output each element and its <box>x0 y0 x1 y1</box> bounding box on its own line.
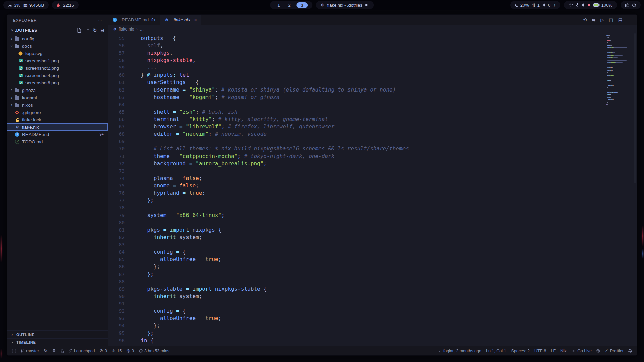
split-editor-icon[interactable]: ◫ <box>609 18 613 22</box>
section-outline[interactable]: ›OUTLINE <box>7 330 108 338</box>
scrollbar-thumb[interactable] <box>634 33 636 183</box>
nix-file-icon: ❄ <box>164 17 170 22</box>
breadcrumb[interactable]: ❄ flake.nix › … <box>108 25 637 33</box>
tree-item-screenshot6.png[interactable]: screenshot6.png <box>7 79 108 86</box>
sync-status[interactable]: ↻ <box>41 346 49 355</box>
more-actions-icon[interactable]: ⋯ <box>98 18 103 22</box>
line-number: 78 <box>108 204 125 212</box>
line-number: 85 <box>108 256 125 263</box>
code-line: 65 shell = "zsh"; # bash, zsh <box>108 108 637 116</box>
image-file-icon <box>18 65 23 71</box>
rocket-status[interactable]: Launchpad <box>66 346 97 355</box>
network-arrows-icon: ⇅ <box>532 3 536 7</box>
compare-icon[interactable]: ⇆ <box>592 18 596 22</box>
workspace-3[interactable]: 3 <box>297 2 308 8</box>
code-line: 57 nixpkgs, <box>108 49 637 57</box>
git-branch-status[interactable]: master <box>18 346 41 355</box>
status-ln-1-col-1[interactable]: Ln 1, Col 1 <box>484 346 508 355</box>
nix-icon: ❄ <box>113 27 117 31</box>
workspace-1[interactable]: 1 <box>275 2 282 8</box>
night-light[interactable]: 20% <box>515 3 529 8</box>
chevron-right-icon: › <box>10 340 15 345</box>
minimap-line <box>606 79 632 79</box>
line-number: 55 <box>108 35 125 42</box>
more-actions-icon[interactable]: ⋯ <box>627 18 632 22</box>
error-status[interactable]: ⊘0 <box>97 346 109 355</box>
tab-flake.nix[interactable]: ❄flake.nix× <box>160 15 201 25</box>
tree-item-TODO.md[interactable]: ✓TODO.md <box>7 138 108 145</box>
tree-item-config[interactable]: ›config <box>7 35 108 42</box>
minimap[interactable] <box>606 35 632 106</box>
system-stats-pill[interactable]: 3% ▦9.45GB <box>3 1 49 9</box>
status-nix[interactable]: Nix <box>558 346 569 355</box>
tree-item-ginoza[interactable]: ›ginoza <box>7 86 108 94</box>
status-group-3 <box>621 1 641 9</box>
tree-item-nixos[interactable]: ›nixos <box>7 101 108 109</box>
tree-item-screenshot2.png[interactable]: screenshot2.png <box>7 64 108 72</box>
run-icon[interactable]: ▷ <box>600 18 604 22</box>
line-number: 57 <box>108 49 125 57</box>
tree-item-logo.svg[interactable]: logo.svg <box>7 50 108 57</box>
broadcast-status[interactable]: Go Live <box>569 346 594 355</box>
layout-panel-icon[interactable]: ▤ <box>618 18 622 22</box>
mic[interactable] <box>576 3 579 7</box>
browser-status[interactable] <box>594 346 602 355</box>
check-status[interactable]: ✓Prettier <box>602 346 626 355</box>
line-number: 61 <box>108 79 125 86</box>
new-folder-icon[interactable] <box>85 28 89 33</box>
chevron-icon: › <box>9 95 14 100</box>
power[interactable] <box>632 3 636 7</box>
clock-pill[interactable]: 22:16 <box>52 1 79 9</box>
file-name: TODO.md <box>22 139 43 144</box>
workspace-2[interactable]: 2 <box>285 2 293 8</box>
history-icon[interactable]: ⟲ <box>583 18 587 22</box>
workspace-root[interactable]: › .DOTFILES ↻⊟ <box>7 26 108 34</box>
section-timeline[interactable]: ›TIMELINE <box>7 338 108 346</box>
layers-status[interactable] <box>50 346 58 355</box>
tree-item-kogami[interactable]: ›kogami <box>7 94 108 101</box>
status-spaces-2[interactable]: Spaces: 2 <box>508 346 532 355</box>
new-file-icon[interactable] <box>77 28 81 33</box>
tree-item-flake.nix[interactable]: ❄flake.nix <box>7 123 108 131</box>
tab-README.md[interactable]: iREADME.md9+ <box>108 15 160 25</box>
line-number: 69 <box>108 138 125 145</box>
target-status[interactable]: ◎0 <box>124 346 137 355</box>
minimap-line <box>606 52 632 53</box>
code-line: 93 allowUnfree = true; <box>108 315 637 322</box>
music-note[interactable]: ♪ <box>553 3 556 7</box>
line-number: 87 <box>108 270 125 278</box>
code-editor[interactable]: 55 outputs = {56 self,57 nixpkgs,58 nixp… <box>108 33 637 346</box>
tree-item-README.md[interactable]: iREADME.md9+ <box>7 131 108 138</box>
line-number: 92 <box>108 307 125 315</box>
refresh-icon[interactable]: ↻ <box>93 28 97 33</box>
minimap-line <box>606 99 632 100</box>
collapse-all-icon[interactable]: ⊟ <box>101 28 105 33</box>
warning-status[interactable]: ⚠15 <box>109 346 124 355</box>
tree-item-flake.lock[interactable]: flake.lock <box>7 116 108 123</box>
wifi[interactable] <box>569 3 573 7</box>
tree-item-.gitignore[interactable]: .gitignore <box>7 109 108 116</box>
git-file-icon <box>14 110 20 115</box>
status-utf-8[interactable]: UTF-8 <box>532 346 548 355</box>
tree-item-docs[interactable]: ›docs <box>7 42 108 50</box>
flask-status[interactable] <box>58 346 66 355</box>
tree-item-screenshot1.png[interactable]: screenshot1.png <box>7 57 108 64</box>
close-tab-icon[interactable]: × <box>194 17 197 23</box>
network-arrows[interactable]: ⇅1 <box>532 3 540 8</box>
line-number: 88 <box>108 278 125 285</box>
clock-status[interactable]: 3 hrs 53 mins <box>137 346 172 355</box>
commit-icon <box>437 349 442 352</box>
remote-window-status[interactable] <box>10 346 18 355</box>
scrollbar[interactable] <box>633 33 637 346</box>
sidebar-sections: ›OUTLINE›TIMELINE <box>7 330 108 346</box>
volume-low[interactable]: 0 <box>543 3 550 8</box>
window-title-pill[interactable]: ❄ flake.nix - .dotfiles <box>316 1 374 9</box>
battery[interactable]: 100% <box>593 3 612 8</box>
record-dot[interactable] <box>587 4 590 7</box>
bell-status[interactable] <box>626 346 634 355</box>
commit-status[interactable]: foglar, 2 months ago <box>435 346 484 355</box>
tree-item-screenshot4.png[interactable]: screenshot4.png <box>7 72 108 79</box>
bluetooth[interactable] <box>582 3 584 7</box>
status-lf[interactable]: LF <box>548 346 558 355</box>
screenshot[interactable] <box>625 3 629 7</box>
